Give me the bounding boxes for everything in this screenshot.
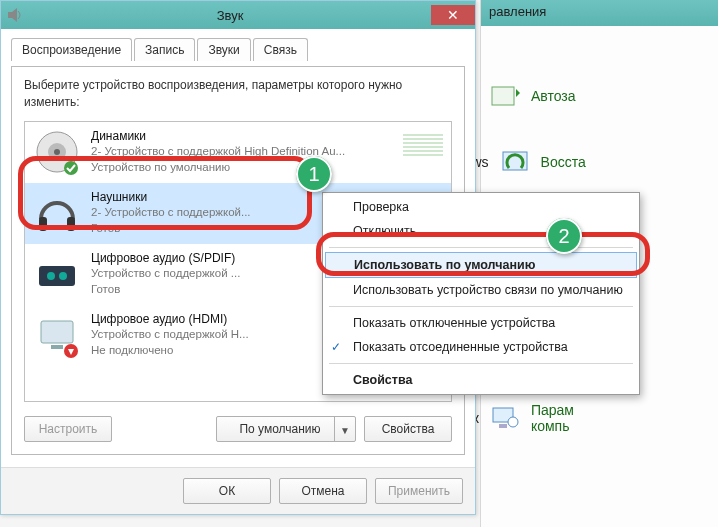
- tab-communications[interactable]: Связь: [253, 38, 308, 61]
- system-icon: [489, 402, 521, 434]
- svg-marker-9: [12, 8, 17, 22]
- svg-rect-6: [499, 424, 507, 428]
- svg-rect-15: [67, 217, 75, 231]
- ok-button[interactable]: ОК: [183, 478, 271, 504]
- ctx-test[interactable]: Проверка: [323, 195, 639, 219]
- bg-item-system[interactable]: ок Парам компь: [489, 402, 710, 434]
- tab-sounds[interactable]: Звуки: [197, 38, 250, 61]
- bg-item-autoplay[interactable]: Автоза: [489, 80, 710, 112]
- spdif-icon: [33, 250, 81, 298]
- bg-title: равления: [481, 0, 718, 26]
- svg-rect-8: [8, 12, 12, 18]
- level-meter: [403, 134, 443, 170]
- check-icon: ✓: [331, 340, 341, 354]
- recovery-icon: [499, 146, 531, 178]
- dialog-title: Звук: [29, 8, 431, 23]
- configure-button[interactable]: Настроить: [24, 416, 112, 442]
- svg-rect-16: [39, 266, 75, 286]
- annotation-badge-1: 1: [296, 156, 332, 192]
- ctx-separator: [329, 363, 633, 364]
- ctx-set-comm-default[interactable]: Использовать устройство связи по умолчан…: [323, 278, 639, 302]
- ctx-show-disconnected[interactable]: ✓ Показать отсоединенные устройства: [323, 335, 639, 359]
- annotation-badge-2: 2: [546, 218, 582, 254]
- tab-recording[interactable]: Запись: [134, 38, 195, 61]
- svg-point-18: [59, 272, 67, 280]
- ctx-properties[interactable]: Свойства: [323, 368, 639, 392]
- titlebar[interactable]: Звук ✕: [1, 1, 475, 29]
- dialog-footer: ОК Отмена Применить: [1, 467, 475, 514]
- apply-button[interactable]: Применить: [375, 478, 463, 504]
- svg-point-7: [508, 417, 518, 427]
- svg-point-17: [47, 272, 55, 280]
- chevron-down-icon[interactable]: ▼: [340, 425, 350, 436]
- svg-rect-20: [51, 345, 63, 349]
- device-name: Динамики: [91, 128, 397, 144]
- ctx-separator: [329, 306, 633, 307]
- speaker-icon: [33, 128, 81, 176]
- svg-rect-14: [39, 217, 47, 231]
- device-speakers[interactable]: Динамики 2- Устройство с поддержкой High…: [25, 122, 451, 183]
- autoplay-icon: [489, 80, 521, 112]
- ctx-set-default[interactable]: Использовать по умолчанию: [325, 252, 637, 278]
- svg-rect-0: [492, 87, 514, 105]
- svg-point-12: [54, 149, 60, 155]
- tab-playback[interactable]: Воспроизведение: [11, 38, 132, 61]
- tab-strip: Воспроизведение Запись Звуки Связь: [11, 37, 465, 60]
- close-button[interactable]: ✕: [431, 5, 475, 25]
- cancel-button[interactable]: Отмена: [279, 478, 367, 504]
- ctx-separator: [329, 247, 633, 248]
- instruction-text: Выберите устройство воспроизведения, пар…: [24, 77, 452, 111]
- ctx-disable[interactable]: Отключить: [323, 219, 639, 243]
- sound-icon: [7, 7, 23, 23]
- hdmi-icon: [33, 311, 81, 359]
- context-menu: Проверка Отключить Использовать по умолч…: [322, 192, 640, 395]
- ctx-show-disabled[interactable]: Показать отключенные устройства: [323, 311, 639, 335]
- close-icon: ✕: [447, 8, 459, 22]
- set-default-button[interactable]: По умолчанию ▼: [216, 416, 356, 442]
- svg-marker-1: [516, 89, 520, 97]
- bg-item-recovery[interactable]: indows Восста: [489, 146, 710, 178]
- svg-rect-19: [41, 321, 73, 343]
- properties-button[interactable]: Свойства: [364, 416, 452, 442]
- headphones-icon: [33, 189, 81, 237]
- svg-point-13: [64, 161, 78, 175]
